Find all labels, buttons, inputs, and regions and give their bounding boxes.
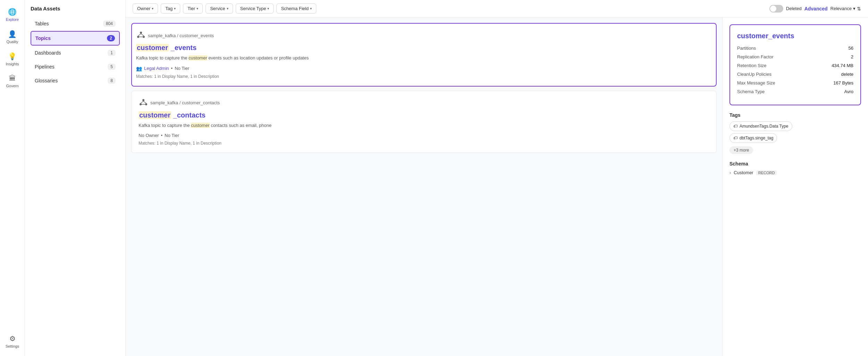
deleted-label: Deleted bbox=[786, 6, 802, 11]
relevance-button[interactable]: Relevance ▾ ⇅ bbox=[831, 6, 861, 11]
sidebar-item-label-govern: Govern bbox=[6, 84, 18, 88]
result-desc-customer-events: Kafka topic to capture the customer even… bbox=[136, 55, 709, 62]
result-title-customer-events: customer _events bbox=[136, 44, 709, 52]
nav-badge-topics: 2 bbox=[107, 35, 115, 41]
schema-row-customer[interactable]: › Customer RECORD bbox=[729, 170, 861, 175]
title-highlight: customer bbox=[136, 44, 169, 51]
main-content: Owner ▾ Tag ▾ Tier ▾ Service ▾ Service T… bbox=[126, 0, 868, 356]
advanced-button[interactable]: Advanced bbox=[804, 6, 828, 11]
detail-row-cleanup: CleanUp Policies delete bbox=[737, 72, 853, 77]
relevance-label: Relevance bbox=[831, 6, 852, 11]
retention-key: Retention Size bbox=[737, 63, 767, 68]
tag-label-dbt: dbtTags.singe_tag bbox=[740, 136, 773, 140]
filter-service[interactable]: Service ▾ bbox=[206, 3, 233, 14]
chevron-down-icon: ▾ bbox=[152, 7, 153, 10]
detail-row-maxmsg: Max Message Size 167 Bytes bbox=[737, 80, 853, 86]
detail-title[interactable]: customer_events bbox=[737, 32, 853, 40]
nav-label-topics: Topics bbox=[35, 35, 51, 41]
kafka-icon-2 bbox=[139, 98, 148, 108]
left-panel: Data Assets Tables 804 Topics 2 Dashboar… bbox=[25, 0, 126, 356]
separator-2: • bbox=[161, 133, 163, 138]
tag-icon-2: 🏷 bbox=[733, 136, 737, 140]
filter-tag[interactable]: Tag ▾ bbox=[161, 3, 180, 14]
filter-owner-label: Owner bbox=[137, 6, 150, 11]
filter-service-type-label: Service Type bbox=[240, 6, 266, 11]
result-title-customer-contacts: customer _contacts bbox=[139, 111, 709, 119]
explore-icon: 🌐 bbox=[8, 8, 17, 16]
sidebar-item-label-explore: Explore bbox=[6, 17, 19, 22]
deleted-toggle-container: Deleted bbox=[769, 5, 802, 13]
nav-badge-dashboards: 1 bbox=[108, 50, 116, 56]
partitions-value: 56 bbox=[849, 46, 853, 51]
breadcrumb-customer-contacts: sample_kafka / customer_contacts bbox=[139, 98, 709, 108]
settings-icon: ⚙ bbox=[9, 334, 16, 343]
title-rest: _events bbox=[169, 44, 197, 51]
detail-inner: customer_events Partitions 56 Replicatio… bbox=[723, 17, 868, 182]
quality-icon: 👤 bbox=[8, 30, 17, 38]
title-highlight-2: customer bbox=[139, 111, 171, 119]
svg-point-0 bbox=[140, 32, 142, 34]
result-matches-customer-events: Matches: 1 in Display Name, 1 in Descrip… bbox=[136, 74, 709, 79]
retention-value: 434.74 MB bbox=[832, 63, 853, 68]
breadcrumb-customer-events: sample_kafka / customer_events bbox=[136, 31, 709, 40]
filter-tier[interactable]: Tier ▾ bbox=[183, 3, 203, 14]
sidebar-item-govern[interactable]: 🏛 Govern bbox=[0, 71, 25, 91]
filter-owner[interactable]: Owner ▾ bbox=[133, 3, 158, 14]
result-card-customer-contacts[interactable]: sample_kafka / customer_contacts custome… bbox=[131, 91, 717, 153]
maxmsg-value: 167 Bytes bbox=[833, 80, 853, 86]
schema-type-badge: RECORD bbox=[756, 170, 777, 175]
nav-item-tables[interactable]: Tables 804 bbox=[31, 17, 120, 30]
detail-row-replication: Replication Factor 2 bbox=[737, 54, 853, 59]
results-area: sample_kafka / customer_events customer … bbox=[126, 17, 868, 356]
nav-item-dashboards[interactable]: Dashboards 1 bbox=[31, 46, 120, 59]
chevron-down-icon: ▾ bbox=[197, 7, 198, 10]
nav-item-topics[interactable]: Topics 2 bbox=[31, 31, 120, 46]
chevron-down-icon: ▾ bbox=[310, 7, 312, 10]
kafka-icon bbox=[136, 31, 146, 40]
nav-label-tables: Tables bbox=[35, 21, 49, 26]
filter-service-label: Service bbox=[210, 6, 225, 11]
chevron-down-icon: ▾ bbox=[227, 7, 228, 10]
tags-section-title: Tags bbox=[729, 112, 861, 118]
breadcrumb-text: sample_kafka / customer_events bbox=[148, 33, 214, 38]
nav-badge-tables: 804 bbox=[103, 21, 116, 27]
svg-point-2 bbox=[143, 36, 145, 38]
owner-icon: 👥 bbox=[136, 66, 142, 71]
svg-line-10 bbox=[143, 101, 146, 103]
tags-section: Tags 🏷 AmundsenTags.Data Type 🏷 dbtTags.… bbox=[729, 112, 861, 154]
owner-name: Legal Admin bbox=[144, 66, 169, 71]
filter-schema-field-label: Schema Field bbox=[281, 6, 308, 11]
nav-label-dashboards: Dashboards bbox=[35, 50, 61, 56]
detail-row-partitions: Partitions 56 bbox=[737, 46, 853, 51]
desc-highlight: customer bbox=[189, 55, 207, 60]
tag-item-amundsen[interactable]: 🏷 AmundsenTags.Data Type bbox=[729, 121, 792, 131]
schema-type-value: Avro bbox=[844, 89, 854, 94]
nav-label-glossaries: Glossaries bbox=[35, 78, 58, 83]
sidebar-item-settings[interactable]: ⚙ Settings bbox=[0, 331, 25, 352]
data-assets-title: Data Assets bbox=[31, 6, 120, 11]
sidebar-item-label-insights: Insights bbox=[6, 62, 19, 66]
insights-icon: 💡 bbox=[8, 52, 17, 60]
detail-row-schema-type: Schema Type Avro bbox=[737, 89, 853, 94]
nav-badge-pipelines: 5 bbox=[108, 64, 116, 70]
result-matches-customer-contacts: Matches: 1 in Display Name, 1 in Descrip… bbox=[139, 141, 709, 146]
sidebar-item-explore[interactable]: 🌐 Explore bbox=[0, 4, 25, 25]
tag-item-dbt[interactable]: 🏷 dbtTags.singe_tag bbox=[729, 133, 777, 143]
result-card-customer-events[interactable]: sample_kafka / customer_events customer … bbox=[131, 23, 717, 87]
desc-highlight-2: customer bbox=[191, 123, 209, 128]
separator: • bbox=[171, 66, 173, 71]
govern-icon: 🏛 bbox=[9, 74, 16, 82]
nav-item-pipelines[interactable]: Pipelines 5 bbox=[31, 60, 120, 73]
more-tags-button[interactable]: +3 more bbox=[729, 146, 753, 154]
sidebar-item-quality[interactable]: 👤 Quality bbox=[0, 26, 25, 47]
svg-line-3 bbox=[138, 34, 141, 36]
partitions-key: Partitions bbox=[737, 46, 756, 51]
nav-item-glossaries[interactable]: Glossaries 8 bbox=[31, 74, 120, 87]
deleted-toggle-switch[interactable] bbox=[769, 5, 783, 13]
title-rest-2: _contacts bbox=[171, 111, 206, 119]
cleanup-value: delete bbox=[841, 72, 853, 77]
filter-schema-field[interactable]: Schema Field ▾ bbox=[276, 3, 316, 14]
result-desc-customer-contacts: Kafka topic to capture the customer cont… bbox=[139, 122, 709, 129]
filter-service-type[interactable]: Service Type ▾ bbox=[236, 3, 274, 14]
sidebar-item-insights[interactable]: 💡 Insights bbox=[0, 49, 25, 70]
